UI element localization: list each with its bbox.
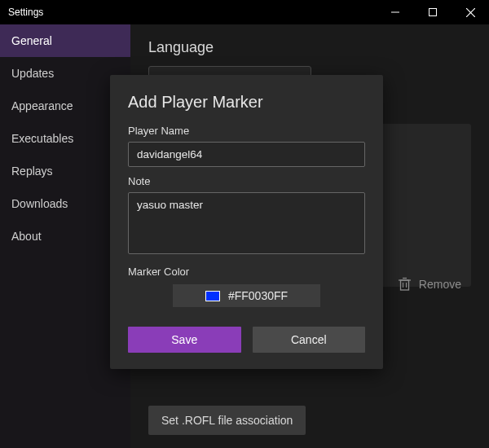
sidebar-item-label: Replays: [11, 165, 53, 178]
close-icon: [466, 8, 475, 17]
maximize-icon: [429, 8, 437, 16]
cancel-label: Cancel: [291, 333, 327, 346]
close-button[interactable]: [452, 0, 489, 24]
svg-rect-1: [430, 9, 437, 16]
player-name-label: Player Name: [128, 125, 365, 137]
add-player-marker-dialog: Add Player Marker Player Name Note Marke…: [110, 75, 383, 369]
sidebar-item-general[interactable]: General: [0, 24, 130, 57]
sidebar-item-label: General: [11, 34, 52, 47]
save-button[interactable]: Save: [128, 327, 241, 353]
sidebar-item-label: Updates: [11, 67, 54, 80]
svg-rect-4: [400, 280, 408, 290]
window-controls: [377, 0, 489, 24]
note-label: Note: [128, 175, 365, 187]
titlebar: Settings: [0, 0, 489, 24]
marker-color-picker[interactable]: #FF0030FF: [173, 284, 320, 307]
sidebar-item-label: Executables: [11, 132, 73, 145]
language-heading: Language: [148, 39, 471, 56]
note-input[interactable]: [128, 192, 365, 254]
sidebar-item-label: Downloads: [11, 197, 68, 210]
remove-button[interactable]: Remove: [399, 277, 461, 291]
trash-icon: [399, 277, 411, 291]
maximize-button[interactable]: [414, 0, 452, 24]
save-label: Save: [171, 333, 197, 346]
file-association-button[interactable]: Set .ROFL file association: [148, 406, 306, 435]
window-title: Settings: [8, 7, 43, 18]
sidebar-item-label: About: [11, 230, 42, 243]
marker-color-value: #FF0030FF: [228, 289, 288, 302]
sidebar-item-label: Appearance: [11, 99, 73, 112]
remove-label: Remove: [419, 278, 461, 291]
minimize-button[interactable]: [377, 0, 414, 24]
marker-color-label: Marker Color: [128, 266, 365, 278]
dialog-title: Add Player Marker: [128, 93, 365, 112]
minimize-icon: [391, 8, 399, 16]
cancel-button[interactable]: Cancel: [253, 327, 366, 353]
color-swatch: [205, 291, 220, 301]
file-association-label: Set .ROFL file association: [161, 414, 293, 427]
player-name-input[interactable]: [128, 142, 365, 167]
